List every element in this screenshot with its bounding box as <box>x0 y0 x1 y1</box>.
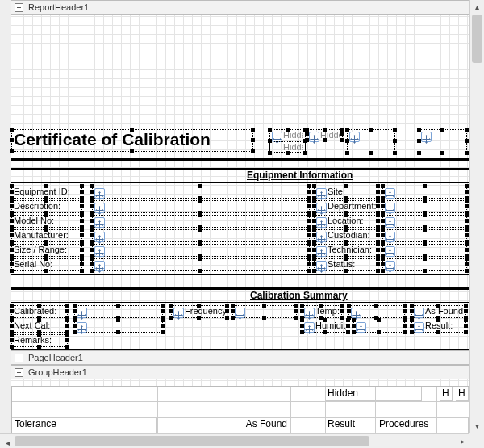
move-handle-icon[interactable] <box>94 203 105 213</box>
move-handle-icon[interactable] <box>235 308 245 318</box>
rule-line[interactable] <box>11 168 469 170</box>
move-handle-icon[interactable] <box>94 261 105 271</box>
label-department[interactable]: Department: <box>314 200 378 213</box>
control-title[interactable]: Certificate of Calibration <box>11 129 253 152</box>
move-handle-icon[interactable] <box>94 232 105 242</box>
rule-line[interactable] <box>11 349 469 350</box>
field-technician[interactable] <box>382 244 467 257</box>
scroll-track[interactable] <box>470 15 484 419</box>
move-handle-icon[interactable] <box>421 132 432 142</box>
move-handle-icon[interactable] <box>316 188 327 199</box>
collapse-toggle-icon[interactable] <box>15 3 23 12</box>
move-handle-icon[interactable] <box>173 308 184 318</box>
field-frequency[interactable] <box>232 305 297 318</box>
move-handle-icon[interactable] <box>385 188 395 199</box>
move-handle-icon[interactable] <box>316 261 327 271</box>
field-custodian[interactable] <box>382 229 467 242</box>
design-surface[interactable]: ReportHeader1 Certificate of Calibration… <box>11 0 469 433</box>
control-hidden-b[interactable]: Hidden <box>307 129 343 140</box>
move-handle-icon[interactable] <box>304 322 315 333</box>
label-remarks[interactable]: Remarks: <box>11 334 68 347</box>
move-handle-icon[interactable] <box>77 308 87 318</box>
field-serial-no[interactable] <box>92 258 310 271</box>
table-grid[interactable]: Hidden H H Tolerance As Found Result Pro… <box>11 386 469 433</box>
move-handle-icon[interactable] <box>414 322 424 333</box>
move-handle-icon[interactable] <box>304 308 315 318</box>
rule-line[interactable] <box>11 274 469 275</box>
scroll-thumb[interactable] <box>15 436 369 446</box>
field-humidity[interactable] <box>353 320 405 333</box>
field-temp[interactable] <box>348 305 405 318</box>
cell-asfound[interactable]: As Found <box>157 417 290 433</box>
scroll-thumb[interactable] <box>472 15 482 63</box>
field-description[interactable] <box>92 200 310 213</box>
vertical-scrollbar[interactable]: ▴ ▾ <box>469 0 484 433</box>
cell-h1[interactable]: H <box>440 387 453 401</box>
cell-h2[interactable]: H <box>456 387 469 401</box>
move-handle-icon[interactable] <box>385 246 395 257</box>
horizontal-scrollbar[interactable]: ◂ ▸ <box>0 433 469 448</box>
scroll-right-icon[interactable]: ▸ <box>455 434 469 448</box>
move-handle-icon[interactable] <box>385 261 395 271</box>
label-status[interactable]: Status: <box>314 258 378 271</box>
move-handle-icon[interactable] <box>94 246 105 257</box>
field-nextcal[interactable] <box>74 320 163 333</box>
section-title-equip[interactable]: Equipment Information <box>245 170 358 182</box>
control-empty[interactable] <box>347 129 395 153</box>
label-size-range[interactable]: Size / Range: <box>11 244 82 257</box>
label-site[interactable]: Site: <box>314 186 378 199</box>
rule-line[interactable] <box>11 182 469 183</box>
move-handle-icon[interactable] <box>385 217 395 228</box>
field-model-no[interactable] <box>92 215 310 228</box>
section-title-cal[interactable]: Calibration Summary <box>248 290 353 303</box>
label-frequency[interactable]: Frequency: <box>171 305 227 318</box>
field-department[interactable] <box>382 200 467 213</box>
move-handle-icon[interactable] <box>316 203 327 213</box>
label-location[interactable]: Location: <box>314 215 378 228</box>
designer-viewport[interactable]: ReportHeader1 Certificate of Calibration… <box>0 0 469 433</box>
cell-hidden[interactable]: Hidden <box>325 387 422 401</box>
collapse-toggle-icon[interactable] <box>15 354 23 362</box>
label-description[interactable]: Description: <box>11 200 82 213</box>
move-handle-icon[interactable] <box>356 322 366 333</box>
field-manufacturer[interactable] <box>92 229 310 242</box>
rule-line[interactable] <box>11 158 469 161</box>
field-equipment-id[interactable] <box>92 186 310 199</box>
label-model-no[interactable]: Model No: <box>11 215 82 228</box>
label-humidity[interactable]: Humidity: <box>302 320 348 333</box>
move-handle-icon[interactable] <box>316 232 327 242</box>
field-calibrated[interactable] <box>74 305 163 318</box>
section-band-reportheader[interactable]: ReportHeader1 <box>11 0 469 15</box>
rule-line[interactable] <box>11 302 469 303</box>
label-nextcal[interactable]: Next Cal: <box>11 320 68 333</box>
label-serial-no[interactable]: Serial No: <box>11 258 82 271</box>
label-custodian[interactable]: Custodian: <box>314 229 378 242</box>
label-equipment-id[interactable]: Equipment ID: <box>11 186 82 199</box>
move-handle-icon[interactable] <box>316 217 327 228</box>
label-technician[interactable]: Technician: <box>314 244 378 257</box>
scroll-up-icon[interactable]: ▴ <box>470 0 484 15</box>
move-handle-icon[interactable] <box>385 203 395 213</box>
rule-line[interactable] <box>11 287 469 290</box>
label-temp[interactable]: Temp: <box>302 305 342 318</box>
move-handle-icon[interactable] <box>414 308 424 318</box>
scroll-left-icon[interactable]: ◂ <box>0 436 15 448</box>
label-as-found[interactable]: As Found: <box>411 305 466 318</box>
move-handle-icon[interactable] <box>77 322 87 333</box>
section-band-pageheader[interactable]: PageHeader1 <box>11 350 469 365</box>
field-site[interactable] <box>382 186 467 199</box>
move-handle-icon[interactable] <box>349 132 360 142</box>
move-handle-icon[interactable] <box>94 217 105 228</box>
label-manufacturer[interactable]: Manufacturer: <box>11 229 82 242</box>
move-handle-icon[interactable] <box>309 132 319 142</box>
control-hidden-c[interactable]: Hidden <box>269 141 306 153</box>
collapse-toggle-icon[interactable] <box>15 368 23 377</box>
move-handle-icon[interactable] <box>316 246 327 257</box>
field-status[interactable] <box>382 258 467 271</box>
move-handle-icon[interactable] <box>351 308 361 318</box>
move-handle-icon[interactable] <box>385 232 395 242</box>
cell-procedures[interactable]: Procedures <box>377 417 469 433</box>
control-empty[interactable] <box>419 129 467 153</box>
cell-result[interactable]: Result <box>325 417 373 433</box>
section-band-groupheader[interactable]: GroupHeader1 <box>11 365 469 379</box>
